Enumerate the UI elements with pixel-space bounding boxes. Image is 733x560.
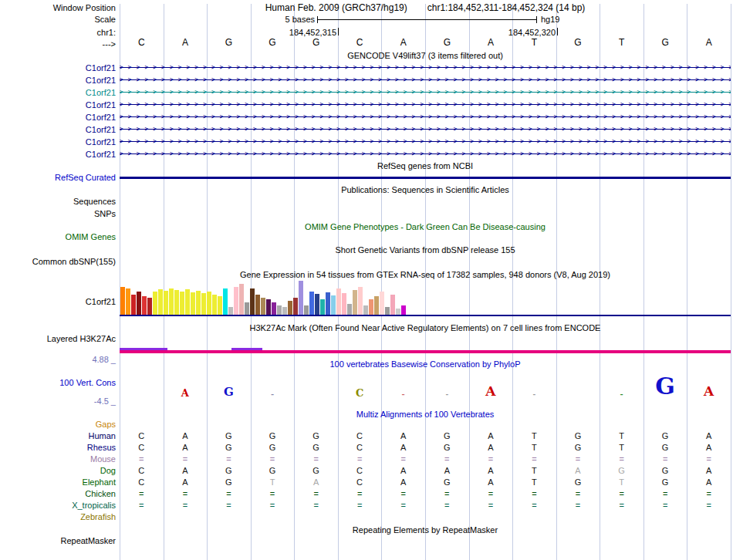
multiz-species-label[interactable]: Human	[0, 431, 116, 441]
sequence-base: A	[706, 38, 712, 48]
position-range: chr1:184,452,311-184,452,324 (14 bp)	[427, 3, 586, 13]
repeatmasker-label[interactable]: RepeatMasker	[0, 536, 116, 546]
gencode-transcript-line[interactable]: >>>>>>>>>>>>>>>>>>>>>>>>>>>>>>>>>>>>>>>>…	[120, 148, 731, 160]
gtex-bar	[390, 295, 395, 315]
gencode-transcript-line[interactable]: >>>>>>>>>>>>>>>>>>>>>>>>>>>>>>>>>>>>>>>>…	[120, 99, 731, 111]
gencode-transcript-line[interactable]: >>>>>>>>>>>>>>>>>>>>>>>>>>>>>>>>>>>>>>>>…	[120, 111, 731, 123]
sequence-base: C	[138, 38, 145, 48]
multiz-base: G	[444, 431, 451, 441]
gencode-transcript-label[interactable]: C1orf21	[0, 150, 116, 160]
multiz-base: =	[270, 489, 275, 499]
multiz-species-label[interactable]: Mouse	[0, 454, 116, 464]
gtex-bar	[255, 295, 260, 315]
gtex-bar	[212, 295, 217, 315]
conservation-glyph: A	[704, 385, 714, 398]
gencode-transcript-line[interactable]: >>>>>>>>>>>>>>>>>>>>>>>>>>>>>>>>>>>>>>>>…	[120, 62, 731, 74]
multiz-base: C	[356, 431, 363, 441]
multiz-species-label[interactable]: Elephant	[0, 477, 116, 487]
gtex-bar	[250, 288, 255, 315]
dbsnp-label[interactable]: Common dbSNP(155)	[0, 257, 116, 267]
refseq-curated-label[interactable]: RefSeq Curated	[0, 173, 116, 183]
assembly-short-label: hg19	[541, 15, 559, 25]
h3k27ac-signal-segment	[231, 348, 262, 350]
multiz-species-label[interactable]: Chicken	[0, 489, 116, 499]
multiz-base: =	[139, 454, 144, 464]
gtex-bar	[228, 307, 233, 315]
multiz-species-label[interactable]: Zebrafish	[0, 512, 116, 522]
sequence-base: G	[312, 38, 319, 48]
gencode-transcript-line[interactable]: >>>>>>>>>>>>>>>>>>>>>>>>>>>>>>>>>>>>>>>>…	[120, 74, 731, 86]
omim-title[interactable]: OMIM Gene Phenotypes - Dark Green Can Be…	[120, 222, 731, 232]
multiz-species-label[interactable]: Rhesus	[0, 443, 116, 453]
gencode-transcript-label[interactable]: C1orf21	[0, 76, 116, 86]
gencode-transcript-label[interactable]: C1orf21	[0, 137, 116, 147]
publications-title[interactable]: Publications: Sequences in Scientific Ar…	[120, 185, 731, 195]
scale-label: Scale	[0, 15, 116, 25]
gencode-transcript-label[interactable]: C1orf21	[0, 88, 116, 98]
multiz-species-label[interactable]: Gaps	[0, 420, 116, 430]
multiz-base: =	[706, 501, 711, 511]
multiz-base: A	[706, 431, 711, 441]
multiz-base: G	[312, 466, 319, 476]
multiz-base: =	[488, 454, 493, 464]
multiz-base: G	[662, 443, 669, 453]
multiz-base: =	[313, 501, 318, 511]
gtex-bar	[304, 305, 309, 315]
multiz-species-label[interactable]: X_tropicalis	[0, 501, 116, 511]
gencode-transcript-line[interactable]: >>>>>>>>>>>>>>>>>>>>>>>>>>>>>>>>>>>>>>>>…	[120, 86, 731, 99]
refseq-title[interactable]: RefSeq genes from NCBI	[120, 161, 731, 171]
sequence-base: A	[400, 38, 407, 48]
gtex-bar	[374, 296, 379, 315]
multiz-base: G	[312, 443, 319, 453]
multiz-base: =	[226, 489, 231, 499]
multiz-base: A	[706, 477, 711, 487]
h3k27ac-title[interactable]: H3K27Ac Mark (Often Found Near Active Re…	[120, 323, 731, 333]
gtex-bar	[153, 292, 157, 315]
sequence-base: G	[574, 38, 581, 48]
gtex-bar	[126, 288, 130, 315]
dbsnp-title[interactable]: Short Genetic Variants from dbSNP releas…	[120, 245, 731, 255]
gtex-gene-label[interactable]: C1orf21	[0, 297, 116, 307]
conservation-glyph: A	[485, 385, 495, 398]
conservation-track-label[interactable]: 100 Vert. Cons	[0, 378, 116, 388]
multiz-base: =	[357, 501, 362, 511]
sequence-base: A	[182, 38, 188, 48]
gtex-bar	[142, 296, 147, 315]
multiz-base: =	[400, 489, 405, 499]
sequences-label[interactable]: Sequences	[0, 197, 116, 207]
multiz-base: =	[400, 454, 405, 464]
gencode-title[interactable]: GENCODE V49lift37 (3 items filtered out)	[120, 51, 731, 61]
gtex-bar	[347, 304, 352, 315]
gencode-transcript-label[interactable]: C1orf21	[0, 100, 116, 110]
gtex-bar	[201, 293, 206, 315]
h3k27ac-signal[interactable]	[120, 350, 731, 353]
snps-label[interactable]: SNPs	[0, 209, 116, 219]
multiz-base: =	[488, 501, 493, 511]
gtex-bar	[234, 287, 238, 315]
gencode-transcript-label[interactable]: C1orf21	[0, 63, 116, 73]
multiz-base: G	[312, 431, 319, 441]
multiz-base: A	[444, 466, 450, 476]
multiz-base: =	[444, 454, 449, 464]
gencode-transcript-label[interactable]: C1orf21	[0, 113, 116, 123]
gencode-transcript-line[interactable]: >>>>>>>>>>>>>>>>>>>>>>>>>>>>>>>>>>>>>>>>…	[120, 123, 731, 136]
multiz-species-label[interactable]: Dog	[0, 466, 116, 476]
multiz-base: T	[532, 466, 537, 476]
sequence-base: G	[661, 38, 668, 48]
gtex-bar	[239, 284, 244, 315]
refseq-curated-item[interactable]	[120, 177, 731, 179]
multiz-base: A	[182, 477, 187, 487]
gtex-bar	[218, 296, 222, 315]
multiz-base: =	[576, 454, 580, 464]
gtex-title[interactable]: Gene Expression in 54 tissues from GTEx …	[120, 270, 731, 280]
multiz-base: A	[706, 443, 711, 453]
conservation-glyph: -	[533, 391, 536, 398]
repeatmasker-title[interactable]: Repeating Elements by RepeatMasker	[120, 525, 731, 535]
gencode-transcript-label[interactable]: C1orf21	[0, 125, 116, 135]
gencode-transcript-line[interactable]: >>>>>>>>>>>>>>>>>>>>>>>>>>>>>>>>>>>>>>>>…	[120, 136, 731, 148]
h3k27ac-label[interactable]: Layered H3K27Ac	[0, 334, 116, 344]
multiz-base: T	[532, 477, 537, 487]
omim-genes-label[interactable]: OMIM Genes	[0, 232, 116, 242]
conservation-title[interactable]: 100 vertebrates Basewise Conservation by…	[120, 359, 731, 369]
multiz-title[interactable]: Multiz Alignments of 100 Vertebrates	[120, 410, 731, 420]
